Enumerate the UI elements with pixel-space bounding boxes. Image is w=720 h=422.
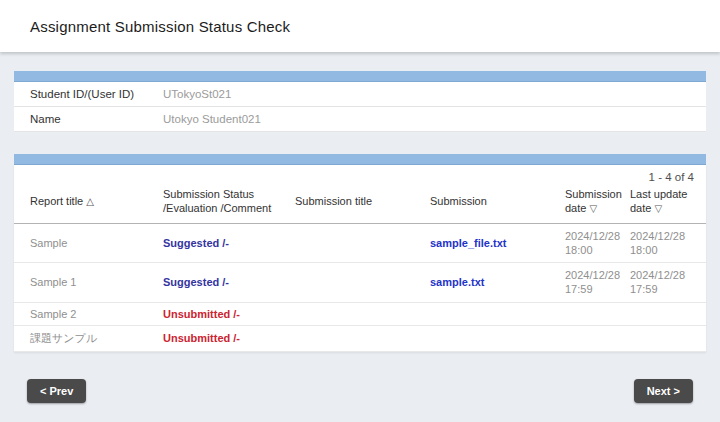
- table-header-row: Report title △Submission Status /Evaluat…: [14, 184, 706, 223]
- submission-status-cell: Suggested /-: [155, 263, 287, 303]
- report-title-cell: Sample 2: [14, 302, 155, 325]
- student-id-value: UTokyoSt021: [155, 82, 706, 107]
- submission-title-cell: [287, 302, 422, 325]
- table-row: SampleSuggested /-sample_file.txt2024/12…: [14, 223, 706, 263]
- table-row: Sample 1Suggested /-sample.txt2024/12/28…: [14, 263, 706, 303]
- column-header-submission-date[interactable]: Submission date ▽: [557, 184, 622, 223]
- student-info-section: Student ID/(User ID) UTokyoSt021 Name Ut…: [14, 71, 706, 132]
- sort-triangle-icon[interactable]: △: [86, 196, 94, 207]
- status-text: Suggested /-: [163, 237, 229, 249]
- submission-cell: [422, 302, 557, 325]
- last-update-date-cell: 2024/12/28 18:00: [622, 223, 706, 263]
- status-text: Unsubmitted /-: [163, 332, 240, 344]
- student-info-accent-bar: [14, 71, 706, 82]
- column-header-report-title[interactable]: Report title △: [14, 184, 155, 223]
- submission-date-cell: [557, 302, 622, 325]
- last-update-date-cell: [622, 302, 706, 325]
- student-name-value: Utokyo Student021: [155, 107, 706, 132]
- submission-title-cell: [287, 263, 422, 303]
- results-accent-bar: [14, 154, 706, 165]
- column-header-submission-title[interactable]: Submission title: [287, 184, 422, 223]
- column-label: Submission: [430, 195, 487, 207]
- report-title-cell: 課題サンプル: [14, 325, 155, 351]
- content-area: Student ID/(User ID) UTokyoSt021 Name Ut…: [14, 71, 706, 422]
- student-id-label: Student ID/(User ID): [14, 82, 155, 107]
- next-button[interactable]: Next >: [634, 379, 693, 403]
- student-info-table: Student ID/(User ID) UTokyoSt021 Name Ut…: [14, 82, 706, 132]
- student-id-row: Student ID/(User ID) UTokyoSt021: [14, 82, 706, 107]
- student-name-label: Name: [14, 107, 155, 132]
- submission-date-cell: 2024/12/28 17:59: [557, 263, 622, 303]
- submission-title-cell: [287, 325, 422, 351]
- table-row: 課題サンプルUnsubmitted /-: [14, 325, 706, 351]
- last-update-date-cell: [622, 325, 706, 351]
- report-title-cell: Sample 1: [14, 263, 155, 303]
- submission-status-cell: Unsubmitted /-: [155, 302, 287, 325]
- column-header-submission[interactable]: Submission: [422, 184, 557, 223]
- column-label: Submission Status /Evaluation /Comment: [163, 188, 271, 214]
- results-section: 1 - 4 of 4 Report title △Submission Stat…: [14, 154, 706, 352]
- column-label: Submission title: [295, 195, 372, 207]
- page-header: Assignment Submission Status Check: [0, 0, 720, 52]
- last-update-date-cell: 2024/12/28 17:59: [622, 263, 706, 303]
- column-header-last-update-date[interactable]: Last update date ▽: [622, 184, 706, 223]
- submission-file-link[interactable]: sample_file.txt: [430, 237, 506, 249]
- pagination: < Prev Next >: [14, 379, 706, 403]
- submission-cell: sample_file.txt: [422, 223, 557, 263]
- sort-triangle-icon[interactable]: ▽: [589, 203, 597, 214]
- submission-title-cell: [287, 223, 422, 263]
- prev-button[interactable]: < Prev: [27, 379, 86, 403]
- status-text: Suggested /-: [163, 276, 229, 288]
- column-label: Report title: [30, 195, 83, 207]
- table-row: Sample 2Unsubmitted /-: [14, 302, 706, 325]
- submission-cell: [422, 325, 557, 351]
- assignments-table: Report title △Submission Status /Evaluat…: [14, 184, 706, 352]
- submission-date-cell: [557, 325, 622, 351]
- submission-date-cell: 2024/12/28 18:00: [557, 223, 622, 263]
- report-title-cell: Sample: [14, 223, 155, 263]
- status-text: Unsubmitted /-: [163, 308, 240, 320]
- column-header-submission-status[interactable]: Submission Status /Evaluation /Comment: [155, 184, 287, 223]
- submission-status-cell: Unsubmitted /-: [155, 325, 287, 351]
- student-name-row: Name Utokyo Student021: [14, 107, 706, 132]
- submission-file-link[interactable]: sample.txt: [430, 276, 484, 288]
- sort-triangle-icon[interactable]: ▽: [654, 203, 662, 214]
- submission-cell: sample.txt: [422, 263, 557, 303]
- page-title: Assignment Submission Status Check: [30, 18, 290, 35]
- result-range-label: 1 - 4 of 4: [14, 165, 706, 184]
- submission-status-cell: Suggested /-: [155, 223, 287, 263]
